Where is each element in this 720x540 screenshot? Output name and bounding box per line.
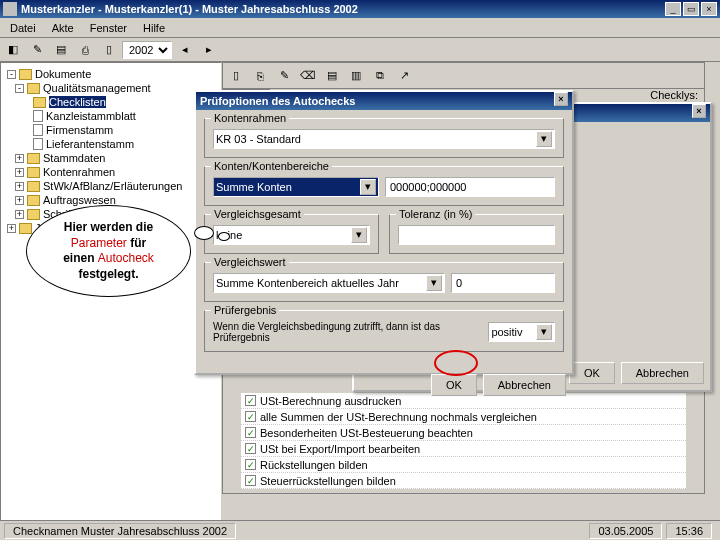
vergleich-combo[interactable]: keine▾ — [213, 225, 370, 245]
toolbar-btn-5[interactable]: ▯ — [98, 40, 120, 60]
tree-root[interactable]: -Dokumente — [3, 67, 219, 81]
back-cancel-button[interactable]: Abbrechen — [621, 362, 704, 384]
status-date: 03.05.2005 — [589, 523, 662, 539]
close-button[interactable]: × — [701, 2, 717, 16]
tree-item[interactable]: +Stammdaten — [3, 151, 219, 165]
year-select[interactable]: 2002 — [122, 41, 172, 59]
panel-btn[interactable]: ▤ — [321, 66, 343, 86]
vergleichswert-combo[interactable]: Summe Kontenbereich aktuelles Jahr▾ — [213, 273, 445, 293]
status-left: Checknamen Muster Jahresabschluss 2002 — [4, 523, 236, 539]
toleranz-input[interactable] — [398, 225, 555, 245]
konten-combo[interactable]: Summe Konten▾ — [213, 177, 379, 197]
menu-hilfe[interactable]: Hilfe — [135, 20, 173, 36]
toolbar-btn-2[interactable]: ✎ — [26, 40, 48, 60]
tree-item[interactable]: Kanzleistammblatt — [3, 109, 219, 123]
konten-range-input[interactable]: 000000;000000 — [385, 177, 555, 197]
menu-akte[interactable]: Akte — [44, 20, 82, 36]
panel-btn[interactable]: ✎ — [273, 66, 295, 86]
back-ok-button[interactable]: OK — [569, 362, 615, 384]
print-icon[interactable]: ⎙ — [74, 40, 96, 60]
group-konten-label: Konten/Kontenbereiche — [211, 160, 332, 172]
menubar: Datei Akte Fenster Hilfe — [0, 18, 720, 38]
tree-item[interactable]: +Kontenrahmen — [3, 165, 219, 179]
tree-item[interactable]: Lieferantenstamm — [3, 137, 219, 151]
toolbar-btn-1[interactable]: ◧ — [2, 40, 24, 60]
status-time: 15:36 — [666, 523, 712, 539]
panel-btn[interactable]: ↗ — [393, 66, 415, 86]
main-titlebar: Musterkanzler - Musterkanzler(1) - Muste… — [0, 0, 720, 18]
vergleichswert-num-input[interactable]: 0 — [451, 273, 555, 293]
toolbar-btn-7[interactable]: ▸ — [198, 40, 220, 60]
close-icon[interactable]: × — [554, 92, 568, 106]
tree-item[interactable]: Checklisten — [3, 95, 219, 109]
lower-checklist: ✓USt-Berechnung ausdrucken ✓alle Summen … — [241, 393, 686, 489]
panel-btn[interactable]: ⧉ — [369, 66, 391, 86]
dialog-titlebar: Prüfoptionen des Autochecks × — [196, 92, 572, 110]
close-icon[interactable]: × — [692, 104, 706, 118]
panel-toolbar: ▯ ⎘ ✎ ⌫ ▤ ▥ ⧉ ↗ — [223, 63, 704, 89]
menu-fenster[interactable]: Fenster — [82, 20, 135, 36]
statusbar: Checknamen Muster Jahresabschluss 2002 0… — [0, 520, 720, 540]
panel-btn[interactable]: ▥ — [345, 66, 367, 86]
check-row[interactable]: ✓Besonderheiten USt-Besteuerung beachten — [241, 425, 686, 441]
check-row[interactable]: ✓Steuerrückstellungen bilden — [241, 473, 686, 489]
ok-button[interactable]: OK — [431, 374, 477, 396]
group-vergleichswert-label: Vergleichswert — [211, 256, 289, 268]
group-kontenrahmen-label: Kontenrahmen — [211, 112, 289, 124]
panel-btn[interactable]: ⎘ — [249, 66, 271, 86]
window-title: Musterkanzler - Musterkanzler(1) - Muste… — [21, 0, 663, 18]
maximize-button[interactable]: ▭ — [683, 2, 699, 16]
tree-item[interactable]: +StWk/AfBlanz/Erläuterungen — [3, 179, 219, 193]
tree-item[interactable]: Firmenstamm — [3, 123, 219, 137]
menu-datei[interactable]: Datei — [2, 20, 44, 36]
kontenrahmen-combo[interactable]: KR 03 - Standard▾ — [213, 129, 555, 149]
panel-btn[interactable]: ⌫ — [297, 66, 319, 86]
minimize-button[interactable]: _ — [665, 2, 681, 16]
panel-btn[interactable]: ▯ — [225, 66, 247, 86]
content-area: ▯ ⎘ ✎ ⌫ ▤ ▥ ⧉ ↗ 1 2 3 Check Checklys: ✓O… — [222, 62, 720, 522]
dialog-title: Prüfoptionen des Autochecks — [200, 92, 554, 110]
group-vergleich-label: Vergleichsgesamt — [211, 208, 304, 220]
cancel-button[interactable]: Abbrechen — [483, 374, 566, 396]
highlight-circle — [434, 350, 478, 376]
toleranz-label: Toleranz (in %) — [396, 208, 475, 220]
check-row[interactable]: ✓alle Summen der USt-Berechnung nochmals… — [241, 409, 686, 425]
callout-cloud: Hier werden die Parameter für einen Auto… — [26, 205, 191, 297]
toolbar-btn-6[interactable]: ◂ — [174, 40, 196, 60]
toolbar-btn-3[interactable]: ▤ — [50, 40, 72, 60]
group-ergebnis-label: Prüfergebnis — [211, 304, 279, 316]
ergebnis-combo[interactable]: positiv▾ — [488, 322, 555, 342]
check-row[interactable]: ✓Rückstellungen bilden — [241, 457, 686, 473]
tree-item[interactable]: -Qualitätsmanagement — [3, 81, 219, 95]
app-icon — [3, 2, 17, 16]
autocheck-dialog: Prüfoptionen des Autochecks × Kontenrahm… — [194, 90, 574, 375]
check-row[interactable]: ✓USt bei Export/Import bearbeiten — [241, 441, 686, 457]
ergebnis-text: Wenn die Vergleichsbedingung zutrifft, d… — [213, 321, 484, 343]
main-toolbar: ◧ ✎ ▤ ⎙ ▯ 2002 ◂ ▸ — [0, 38, 720, 62]
